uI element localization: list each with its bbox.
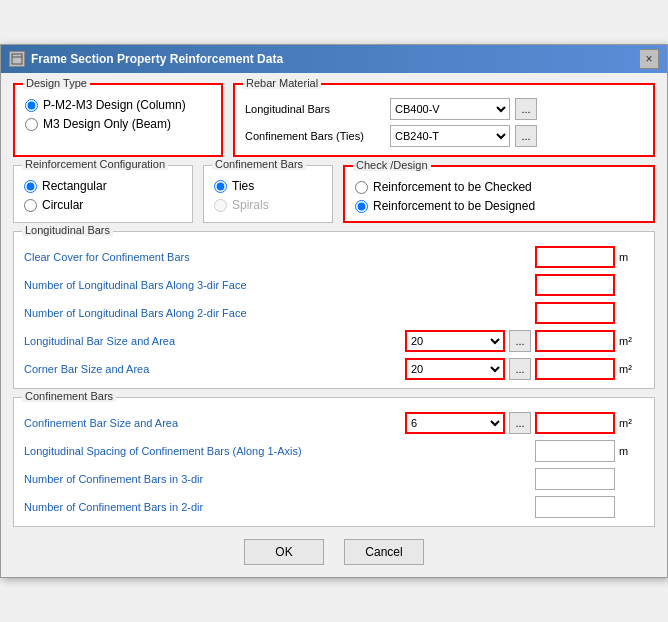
confi-num-2dir-input-group: 3 xyxy=(535,496,644,518)
app-icon xyxy=(9,51,25,67)
num-3dir-input-group: 2 xyxy=(535,274,644,296)
radio-reinf-designed[interactable]: Reinforcement to be Designed xyxy=(355,199,643,213)
num-2dir-input[interactable]: 3 xyxy=(535,302,615,324)
radio-m3only-input[interactable] xyxy=(25,118,38,131)
window-content: Design Type P-M2-M3 Design (Column) M3 D… xyxy=(1,73,667,577)
num-2dir-row: Number of Longitudinal Bars Along 2-dir … xyxy=(24,302,644,324)
confi-num-2dir-input[interactable]: 3 xyxy=(535,496,615,518)
corner-bar-size-row: Corner Bar Size and Area 20 ... 0.000314… xyxy=(24,358,644,380)
confi-num-3dir-label: Number of Confinement Bars in 3-dir xyxy=(24,473,535,485)
radio-m3only[interactable]: M3 Design Only (Beam) xyxy=(25,117,211,131)
confi-bar-area-unit: m² xyxy=(619,417,644,429)
button-row: OK Cancel xyxy=(13,539,655,565)
radio-reinf-checked-label: Reinforcement to be Checked xyxy=(373,180,532,194)
clear-cover-input[interactable]: 0.025 xyxy=(535,246,615,268)
confinement-bars-select[interactable]: CB240-T xyxy=(390,125,510,147)
radio-spirals-input xyxy=(214,199,227,212)
corner-bar-size-label: Corner Bar Size and Area xyxy=(24,363,405,375)
confi-bar-area-input[interactable]: 0.000028 xyxy=(535,412,615,434)
confinement-dots-btn[interactable]: ... xyxy=(515,125,537,147)
radio-spirals: Spirals xyxy=(214,198,322,212)
confinement-bars-config-section: Confinement Bars Ties Spirals xyxy=(203,165,333,223)
corner-bar-size-input-group: 20 ... 0.000314 m² xyxy=(405,358,644,380)
confi-bar-size-input-group: 6 ... 0.000028 m² xyxy=(405,412,644,434)
radio-circular-input[interactable] xyxy=(24,199,37,212)
design-type-radio-group: P-M2-M3 Design (Column) M3 Design Only (… xyxy=(25,98,211,131)
confinement-bars-data-label: Confinement Bars xyxy=(22,390,116,402)
confinement-bars-row: Confinement Bars (Ties) CB240-T ... xyxy=(245,125,643,147)
confinement-bars-label: Confinement Bars (Ties) xyxy=(245,130,385,142)
radio-rectangular[interactable]: Rectangular xyxy=(24,179,182,193)
radio-reinf-checked[interactable]: Reinforcement to be Checked xyxy=(355,180,643,194)
confi-num-2dir-label: Number of Confinement Bars in 2-dir xyxy=(24,501,535,513)
ok-button[interactable]: OK xyxy=(244,539,324,565)
longi-bar-area-input[interactable]: 0.000314 xyxy=(535,330,615,352)
longitudinal-bars-row: Longitudinal Bars CB400-V ... xyxy=(245,98,643,120)
longi-bar-size-row: Longitudinal Bar Size and Area 20 ... 0.… xyxy=(24,330,644,352)
confi-bar-size-select[interactable]: 6 xyxy=(405,412,505,434)
num-3dir-input[interactable]: 2 xyxy=(535,274,615,296)
longitudinal-dots-btn[interactable]: ... xyxy=(515,98,537,120)
corner-bar-area-unit: m² xyxy=(619,363,644,375)
confi-num-3dir-input-group: 3 xyxy=(535,468,644,490)
radio-ties-input[interactable] xyxy=(214,180,227,193)
radio-pm2m3-input[interactable] xyxy=(25,99,38,112)
radio-m3only-label: M3 Design Only (Beam) xyxy=(43,117,171,131)
reinf-config-radio-group: Rectangular Circular xyxy=(24,179,182,212)
longitudinal-bars-section: Longitudinal Bars Clear Cover for Confin… xyxy=(13,231,655,389)
radio-pm2m3[interactable]: P-M2-M3 Design (Column) xyxy=(25,98,211,112)
cancel-button[interactable]: Cancel xyxy=(344,539,424,565)
top-row: Design Type P-M2-M3 Design (Column) M3 D… xyxy=(13,83,655,157)
rebar-material-label: Rebar Material xyxy=(243,77,321,89)
longi-bar-area-unit: m² xyxy=(619,335,644,347)
confinement-bars-data-section: Confinement Bars Confinement Bar Size an… xyxy=(13,397,655,527)
check-design-label: Check /Design xyxy=(353,159,431,171)
title-bar-left: Frame Section Property Reinforcement Dat… xyxy=(9,51,283,67)
confi-num-2dir-row: Number of Confinement Bars in 2-dir 3 xyxy=(24,496,644,518)
radio-reinf-checked-input[interactable] xyxy=(355,181,368,194)
radio-ties[interactable]: Ties xyxy=(214,179,322,193)
num-2dir-label: Number of Longitudinal Bars Along 2-dir … xyxy=(24,307,535,319)
num-2dir-input-group: 3 xyxy=(535,302,644,324)
design-type-section: Design Type P-M2-M3 Design (Column) M3 D… xyxy=(13,83,223,157)
longi-bar-size-input-group: 20 ... 0.000314 m² xyxy=(405,330,644,352)
close-button[interactable]: × xyxy=(639,49,659,69)
num-3dir-label: Number of Longitudinal Bars Along 3-dir … xyxy=(24,279,535,291)
longi-spacing-input[interactable]: 0.15 xyxy=(535,440,615,462)
longi-spacing-label: Longitudinal Spacing of Confinement Bars… xyxy=(24,445,535,457)
longitudinal-bars-section-label: Longitudinal Bars xyxy=(22,224,113,236)
clear-cover-input-group: 0.025 m xyxy=(535,246,644,268)
confinement-bars-config-radio-group: Ties Spirals xyxy=(214,179,322,212)
main-window: Frame Section Property Reinforcement Dat… xyxy=(0,44,668,578)
longitudinal-bars-label: Longitudinal Bars xyxy=(245,103,385,115)
middle-row: Reinforcement Configuration Rectangular … xyxy=(13,165,655,223)
radio-ties-label: Ties xyxy=(232,179,254,193)
radio-rectangular-label: Rectangular xyxy=(42,179,107,193)
corner-bar-size-select[interactable]: 20 xyxy=(405,358,505,380)
window-title: Frame Section Property Reinforcement Dat… xyxy=(31,52,283,66)
radio-rectangular-input[interactable] xyxy=(24,180,37,193)
confinement-bars-config-label: Confinement Bars xyxy=(212,158,306,170)
radio-reinf-designed-input[interactable] xyxy=(355,200,368,213)
radio-reinf-designed-label: Reinforcement to be Designed xyxy=(373,199,535,213)
longi-bar-size-label: Longitudinal Bar Size and Area xyxy=(24,335,405,347)
title-bar: Frame Section Property Reinforcement Dat… xyxy=(1,45,667,73)
clear-cover-row: Clear Cover for Confinement Bars 0.025 m xyxy=(24,246,644,268)
check-design-section: Check /Design Reinforcement to be Checke… xyxy=(343,165,655,223)
corner-bar-area-input[interactable]: 0.000314 xyxy=(535,358,615,380)
radio-circular[interactable]: Circular xyxy=(24,198,182,212)
confi-num-3dir-row: Number of Confinement Bars in 3-dir 3 xyxy=(24,468,644,490)
reinf-config-label: Reinforcement Configuration xyxy=(22,158,168,170)
longitudinal-bars-select[interactable]: CB400-V xyxy=(390,98,510,120)
longi-bar-size-select[interactable]: 20 xyxy=(405,330,505,352)
confi-bar-dots-btn[interactable]: ... xyxy=(509,412,531,434)
confi-bar-size-label: Confinement Bar Size and Area xyxy=(24,417,405,429)
corner-bar-dots-btn[interactable]: ... xyxy=(509,358,531,380)
check-design-radio-group: Reinforcement to be Checked Reinforcemen… xyxy=(355,180,643,213)
confi-num-3dir-input[interactable]: 3 xyxy=(535,468,615,490)
longi-spacing-row: Longitudinal Spacing of Confinement Bars… xyxy=(24,440,644,462)
longi-bar-dots-btn[interactable]: ... xyxy=(509,330,531,352)
svg-rect-0 xyxy=(12,54,22,64)
rebar-material-section: Rebar Material Longitudinal Bars CB400-V… xyxy=(233,83,655,157)
radio-spirals-label: Spirals xyxy=(232,198,269,212)
